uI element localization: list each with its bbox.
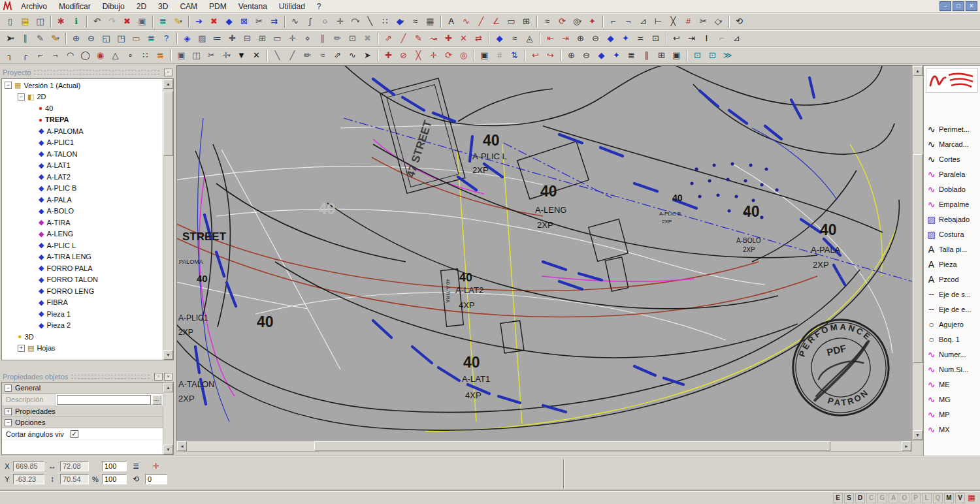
arc-tool-icon[interactable]: ◠▾ (348, 14, 362, 28)
fast-forward-icon[interactable]: ≫ (721, 48, 734, 62)
menu-item-cam[interactable]: CAM (174, 1, 203, 12)
grid-tool-icon[interactable]: ▦ (423, 14, 437, 28)
tool-empalme[interactable]: ∿Empalme (924, 197, 980, 212)
menu-item-ventana[interactable]: Ventana (233, 1, 273, 12)
parallel-icon[interactable]: ∥ (316, 31, 329, 45)
wave-tool-icon[interactable]: ≈ (408, 14, 422, 28)
dropdown-arrow-icon[interactable]: ▾ (180, 19, 182, 24)
dash-line-icon[interactable]: ╲ (270, 48, 284, 62)
tree-item-a-leng[interactable]: ◆A-LENG (2, 228, 163, 240)
circle-tool-icon[interactable]: ○ (318, 14, 332, 28)
extend-tool-icon[interactable]: ⊢ (651, 14, 665, 28)
mode-letter-e[interactable]: E (833, 493, 843, 503)
insert-arrow-icon[interactable]: ➔ (192, 14, 206, 28)
corner-icon[interactable]: ⌐ (33, 48, 47, 62)
tree-item-a-bolo[interactable]: ◆A-BOLO (2, 206, 163, 217)
tree-item-a-plic-b[interactable]: ◆A-PLIC B (2, 183, 163, 195)
diamond-b2-icon[interactable]: ◆ (595, 48, 608, 62)
tool-num-si[interactable]: ∿Num.Si... (924, 362, 980, 377)
property-section-propiedades[interactable]: +Propiedades (2, 406, 163, 417)
pen-line-icon[interactable]: ✏ (331, 31, 344, 45)
scroll-right-icon[interactable]: ► (902, 441, 911, 451)
tree-item-forro-leng[interactable]: ◆FORRO LENG (2, 285, 163, 297)
tree-item-a-paloma[interactable]: ◆A-PALOMA (2, 125, 163, 137)
diamond-open-icon[interactable]: ◇▾ (711, 14, 725, 28)
tool-talla-pi[interactable]: ATalla pi... (924, 242, 980, 257)
collapse-icon[interactable]: − (5, 419, 12, 426)
tool-pzcod[interactable]: APzcod (924, 272, 980, 287)
canvas-vertical-scrollbar[interactable]: ▲ ▼ (912, 65, 923, 441)
corner-rev-icon[interactable]: ¬ (48, 48, 62, 62)
tool-marcad[interactable]: ∿Marcad... (924, 136, 980, 151)
rectangle-tool-icon[interactable]: ▭ (504, 14, 518, 28)
tree-item-forro-pala[interactable]: ◆FORRO PALA (2, 262, 163, 274)
edit-pencil-icon[interactable]: ✎▾ (171, 14, 185, 28)
curve-red-icon[interactable]: ↝ (427, 31, 440, 45)
target-red-icon[interactable]: ◎ (457, 48, 470, 62)
mode-letter-g[interactable]: G (877, 493, 887, 503)
info-icon[interactable]: ℹ (69, 14, 83, 28)
scroll-thumb[interactable] (913, 154, 923, 363)
triangle-open-icon[interactable]: △ (108, 48, 122, 62)
layer-manager-icon[interactable]: ≣ (144, 31, 158, 45)
zoom-window-icon[interactable]: ◱ (99, 31, 113, 45)
corner-alt-icon[interactable]: ¬ (621, 14, 635, 28)
drawing-canvas[interactable]: PERFOMANCE PATRON PDF 40A-PLIC L2XP40A-L… (176, 65, 912, 441)
frame-icon[interactable]: ⊡ (649, 31, 662, 45)
tree-item-hojas[interactable]: +▤Hojas (2, 343, 163, 354)
rotation-input[interactable]: 0 (145, 474, 167, 484)
points-tool-icon[interactable]: ∷ (378, 14, 392, 28)
description-input[interactable] (57, 395, 151, 405)
selection-box-icon[interactable]: ⊠ (237, 14, 251, 28)
checkbox-icon[interactable]: ✓ (71, 430, 78, 438)
scale-x-input[interactable]: 100 (102, 461, 127, 471)
parallel-lines-icon[interactable]: ∥ (18, 31, 32, 45)
spline-tool-icon[interactable]: ʃ (303, 14, 317, 28)
zoom-out2-icon[interactable]: ⊖ (580, 48, 593, 62)
tool-cortes[interactable]: ∿Cortes (924, 151, 980, 166)
collapse-icon[interactable]: − (5, 82, 12, 89)
collapse-icon[interactable]: − (5, 385, 12, 392)
columns-icon[interactable]: ∥ (640, 48, 653, 62)
list-icon[interactable]: ≔ (210, 31, 224, 45)
property-section-opciones[interactable]: −Opciones (2, 417, 163, 428)
diamond-tool-icon[interactable]: ◆▾ (393, 14, 407, 28)
save-icon[interactable]: ◫ (33, 14, 47, 28)
zoom-plus-icon[interactable]: ⊕ (574, 31, 587, 45)
reset-view-icon[interactable]: ⟲ (732, 14, 746, 28)
tree-item-versi-n-1-actual[interactable]: −▦Versión 1 (Actual) (2, 80, 163, 91)
mode-letter-s[interactable]: S (844, 493, 854, 503)
angle-tool-icon[interactable]: ∠ (489, 14, 503, 28)
rect-icon[interactable]: ▭ (270, 31, 284, 45)
corner-gray-icon[interactable]: ⌐ (715, 31, 728, 45)
undo-icon[interactable]: ↶ (90, 14, 104, 28)
new-document-icon[interactable]: ▯ (3, 14, 17, 28)
tool-mp[interactable]: ∿MP (924, 407, 980, 422)
scroll-up-icon[interactable]: ▲ (163, 383, 173, 392)
back-red-icon[interactable]: ↩ (529, 48, 542, 62)
tool-me[interactable]: ∿ME (924, 377, 980, 392)
menu-item-utilidad[interactable]: Utilidad (273, 1, 311, 12)
triangle-icon[interactable]: ◬ (523, 31, 536, 45)
corner-tool-icon[interactable]: ⌐ (606, 14, 620, 28)
scroll-down-icon[interactable]: ▼ (163, 445, 173, 454)
screen-icon[interactable]: ⊡ (691, 48, 704, 62)
wave-multi-icon[interactable]: ≈ (316, 48, 329, 62)
tree-item-a-tira-leng[interactable]: ◆A-TIRA LENG (2, 251, 163, 263)
window2-icon[interactable]: ▣ (670, 48, 683, 62)
tab-right-icon[interactable]: ⇥ (685, 31, 698, 45)
cut-page-icon[interactable]: ✂ (204, 48, 218, 62)
plus-red2-icon[interactable]: ✚ (382, 48, 395, 62)
tool-eje-de-s[interactable]: ╌Eje de s... (924, 287, 980, 302)
dropdown-arrow-icon[interactable]: ▾ (57, 36, 59, 41)
add-icon[interactable]: ✚ (225, 31, 239, 45)
delete-icon[interactable]: ✖ (120, 14, 134, 28)
diamond-accent-icon[interactable]: ◆ (604, 31, 617, 45)
height-marker-icon[interactable]: Ⅰ (700, 31, 713, 45)
curve-tool-icon[interactable]: ∿ (288, 14, 302, 28)
dash-line2-icon[interactable]: ╱ (286, 48, 299, 62)
mode-letter-d[interactable]: D (855, 493, 865, 503)
forward-red-icon[interactable]: ↪ (544, 48, 557, 62)
zoom-in2-icon[interactable]: ⊕ (564, 48, 578, 62)
pen-red-icon[interactable]: ✎ (412, 31, 425, 45)
